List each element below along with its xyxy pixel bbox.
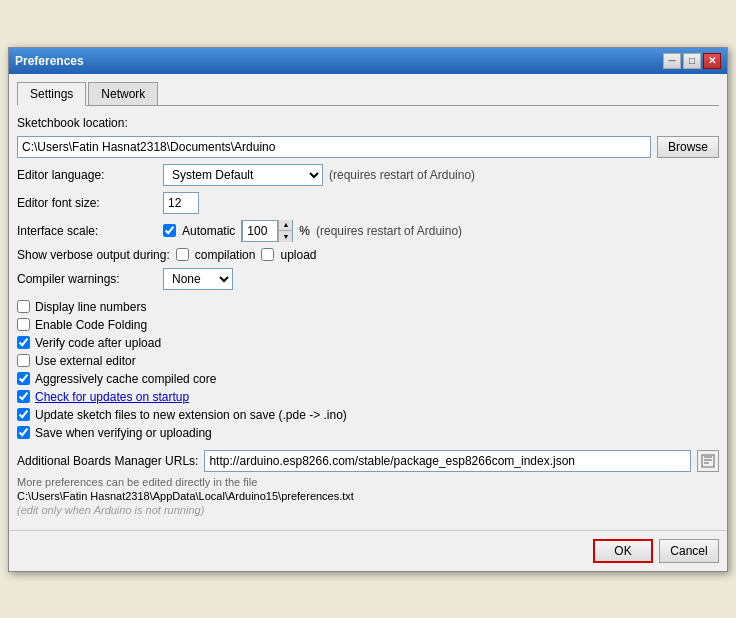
- editor-font-size-input[interactable]: [163, 192, 199, 214]
- display-line-numbers-checkbox[interactable]: [17, 300, 30, 313]
- additional-boards-label: Additional Boards Manager URLs:: [17, 454, 198, 468]
- compiler-warnings-select[interactable]: None Default More All: [163, 268, 233, 290]
- cancel-button[interactable]: Cancel: [659, 539, 719, 563]
- tab-bar: Settings Network: [17, 82, 719, 106]
- compilation-label: compilation: [195, 248, 256, 262]
- compilation-checkbox[interactable]: [176, 248, 189, 261]
- enable-code-folding-checkbox[interactable]: [17, 318, 30, 331]
- editor-language-note: (requires restart of Arduino): [329, 168, 475, 182]
- scale-spinner: ▲ ▼: [241, 220, 293, 242]
- editor-font-size-row: Editor font size:: [17, 192, 719, 214]
- external-editor-label: Use external editor: [35, 354, 136, 368]
- ok-button[interactable]: OK: [593, 539, 653, 563]
- close-button[interactable]: ✕: [703, 53, 721, 69]
- browse-button[interactable]: Browse: [657, 136, 719, 158]
- editor-font-size-label: Editor font size:: [17, 196, 157, 210]
- verify-code-label: Verify code after upload: [35, 336, 161, 350]
- sketchbook-input[interactable]: [17, 136, 651, 158]
- prefs-path: C:\Users\Fatin Hasnat2318\AppData\Local\…: [17, 490, 719, 502]
- checkbox-row-7: Update sketch files to new extension on …: [17, 408, 719, 422]
- spinner-buttons: ▲ ▼: [278, 220, 292, 242]
- content-area: Settings Network Sketchbook location: Br…: [9, 74, 727, 524]
- sketchbook-input-row: Browse: [17, 136, 719, 158]
- editor-language-label: Editor language:: [17, 168, 157, 182]
- more-prefs-text: More preferences can be edited directly …: [17, 476, 719, 488]
- cache-core-checkbox[interactable]: [17, 372, 30, 385]
- window-title: Preferences: [15, 54, 84, 68]
- compiler-warnings-label: Compiler warnings:: [17, 272, 157, 286]
- additional-boards-row: Additional Boards Manager URLs:: [17, 450, 719, 472]
- title-bar: Preferences ─ □ ✕: [9, 48, 727, 74]
- title-bar-controls: ─ □ ✕: [663, 53, 721, 69]
- enable-code-folding-label: Enable Code Folding: [35, 318, 147, 332]
- edit-boards-button[interactable]: [697, 450, 719, 472]
- percent-label: %: [299, 224, 310, 238]
- save-when-verifying-checkbox[interactable]: [17, 426, 30, 439]
- sketchbook-row: Sketchbook location:: [17, 116, 719, 130]
- compiler-warnings-row: Compiler warnings: None Default More All: [17, 268, 719, 290]
- interface-scale-label: Interface scale:: [17, 224, 157, 238]
- check-updates-label[interactable]: Check for updates on startup: [35, 390, 189, 404]
- save-when-verifying-label: Save when verifying or uploading: [35, 426, 212, 440]
- check-updates-checkbox[interactable]: [17, 390, 30, 403]
- spinner-up[interactable]: ▲: [278, 220, 292, 231]
- verify-code-checkbox[interactable]: [17, 336, 30, 349]
- verbose-row: Show verbose output during: compilation …: [17, 248, 719, 262]
- update-sketch-label: Update sketch files to new extension on …: [35, 408, 347, 422]
- bottom-buttons: OK Cancel: [9, 530, 727, 571]
- checkbox-row-5: Aggressively cache compiled core: [17, 372, 719, 386]
- more-prefs-info: More preferences can be edited directly …: [17, 476, 719, 516]
- external-editor-checkbox[interactable]: [17, 354, 30, 367]
- minimize-button[interactable]: ─: [663, 53, 681, 69]
- spinner-down[interactable]: ▼: [278, 231, 292, 242]
- edit-icon: [701, 454, 715, 468]
- checkbox-row-3: Verify code after upload: [17, 336, 719, 350]
- cache-core-label: Aggressively cache compiled core: [35, 372, 216, 386]
- checkbox-row-6: Check for updates on startup: [17, 390, 719, 404]
- scale-input[interactable]: [242, 220, 278, 242]
- checkbox-row-1: Display line numbers: [17, 300, 719, 314]
- interface-scale-row: Interface scale: Automatic ▲ ▼ % (requir…: [17, 220, 719, 242]
- maximize-button[interactable]: □: [683, 53, 701, 69]
- checkbox-row-4: Use external editor: [17, 354, 719, 368]
- upload-checkbox[interactable]: [261, 248, 274, 261]
- edit-note: (edit only when Arduino is not running): [17, 504, 719, 516]
- verbose-label: Show verbose output during:: [17, 248, 170, 262]
- preferences-window: Preferences ─ □ ✕ Settings Network Sketc…: [8, 47, 728, 572]
- sketchbook-label: Sketchbook location:: [17, 116, 128, 130]
- display-line-numbers-label: Display line numbers: [35, 300, 146, 314]
- boards-url-input[interactable]: [204, 450, 691, 472]
- checkbox-row-8: Save when verifying or uploading: [17, 426, 719, 440]
- editor-language-row: Editor language: System Default (require…: [17, 164, 719, 186]
- tab-network[interactable]: Network: [88, 82, 158, 105]
- automatic-label: Automatic: [182, 224, 235, 238]
- editor-language-select[interactable]: System Default: [163, 164, 323, 186]
- scale-note: (requires restart of Arduino): [316, 224, 462, 238]
- checkbox-row-2: Enable Code Folding: [17, 318, 719, 332]
- tab-settings[interactable]: Settings: [17, 82, 86, 106]
- update-sketch-checkbox[interactable]: [17, 408, 30, 421]
- automatic-checkbox[interactable]: [163, 224, 176, 237]
- upload-label: upload: [280, 248, 316, 262]
